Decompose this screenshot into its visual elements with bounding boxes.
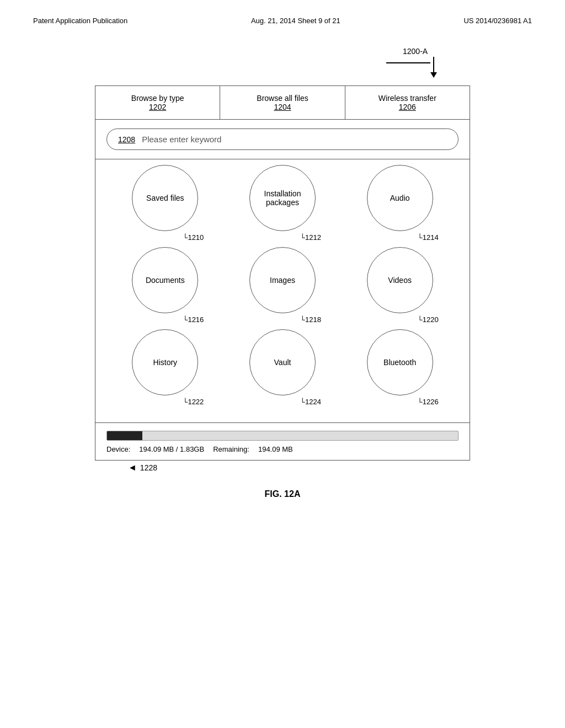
saved-files-number: └1210 xyxy=(183,233,204,242)
tab-row: Browse by type 1202 Browse all files 120… xyxy=(95,86,470,120)
vault-number: └1224 xyxy=(300,398,321,406)
bottom-arrow-icon: ◄ xyxy=(128,463,137,473)
tab-browse-by-type-number: 1202 xyxy=(101,103,214,111)
search-area: 1208 Please enter keyword xyxy=(95,120,470,159)
grid-cell-videos: Videos └1220 xyxy=(356,247,444,324)
grid-cell-bluetooth: Bluetooth └1226 xyxy=(356,329,444,406)
images-button[interactable]: Images xyxy=(249,247,316,313)
documents-button[interactable]: Documents xyxy=(132,247,198,313)
header-right: US 2014/0236981 A1 xyxy=(463,17,532,25)
storage-used: 194.09 MB / 1.83GB xyxy=(139,445,204,453)
header-left: Patent Application Publication xyxy=(33,17,127,25)
grid-cell-installation-packages: Installation packages └1212 xyxy=(238,165,327,242)
grid-area: Saved files └1210 Installation packages … xyxy=(95,159,470,423)
tab-wireless-transfer-label: Wireless transfer xyxy=(351,94,464,103)
tab-browse-all-files[interactable]: Browse all files 1204 xyxy=(220,86,345,119)
diagram-label: 1200-A xyxy=(403,47,428,56)
search-bar[interactable]: 1208 Please enter keyword xyxy=(106,129,459,150)
audio-button[interactable]: Audio xyxy=(367,165,433,231)
tab-browse-all-files-label: Browse all files xyxy=(226,94,339,103)
search-placeholder: Please enter keyword xyxy=(142,135,221,144)
storage-bar-fill xyxy=(107,431,142,440)
documents-number: └1216 xyxy=(183,315,204,324)
grid-cell-images: Images └1218 xyxy=(238,247,327,324)
history-button[interactable]: History xyxy=(132,329,198,395)
videos-number: └1220 xyxy=(418,315,439,324)
saved-files-button[interactable]: Saved files xyxy=(132,165,198,231)
grid-cell-documents: Documents └1216 xyxy=(121,247,209,324)
installation-packages-button[interactable]: Installation packages xyxy=(249,165,316,231)
grid-cell-vault: Vault └1224 xyxy=(238,329,327,406)
figure-caption: FIG. 12A xyxy=(33,489,532,499)
history-number: └1222 xyxy=(183,398,204,406)
vault-button[interactable]: Vault xyxy=(249,329,316,395)
videos-button[interactable]: Videos xyxy=(367,247,433,313)
storage-bar xyxy=(106,431,459,441)
audio-number: └1214 xyxy=(418,233,439,242)
patent-header: Patent Application Publication Aug. 21, … xyxy=(33,17,532,25)
device-label: Device: xyxy=(106,445,130,453)
grid-row-1: Saved files └1210 Installation packages … xyxy=(106,165,459,242)
images-number: └1218 xyxy=(300,315,321,324)
grid-cell-history: History └1222 xyxy=(121,329,209,406)
tab-browse-by-type-label: Browse by type xyxy=(101,94,214,103)
search-icon-number: 1208 xyxy=(118,135,135,144)
tab-browse-by-type[interactable]: Browse by type 1202 xyxy=(95,86,220,119)
installation-packages-number: └1212 xyxy=(300,233,321,242)
bottom-annotation: ◄ 1228 xyxy=(128,463,470,473)
bottom-label: 1228 xyxy=(140,463,157,472)
grid-row-3: History └1222 Vault └1224 Bluetooth └122… xyxy=(106,329,459,406)
header-center: Aug. 21, 2014 Sheet 9 of 21 xyxy=(251,17,340,25)
storage-area: Device: 194.09 MB / 1.83GB Remaining: 19… xyxy=(95,423,470,460)
tab-wireless-transfer[interactable]: Wireless transfer 1206 xyxy=(345,86,470,119)
grid-row-2: Documents └1216 Images └1218 Videos └122… xyxy=(106,247,459,324)
grid-cell-saved-files: Saved files └1210 xyxy=(121,165,209,242)
grid-cell-audio: Audio └1214 xyxy=(356,165,444,242)
remaining-value: 194.09 MB xyxy=(258,445,293,453)
tab-wireless-transfer-number: 1206 xyxy=(351,103,464,111)
ui-box: Browse by type 1202 Browse all files 120… xyxy=(95,85,470,461)
bluetooth-number: └1226 xyxy=(418,398,439,406)
tab-browse-all-files-number: 1204 xyxy=(226,103,339,111)
remaining-label: Remaining: xyxy=(213,445,249,453)
bluetooth-button[interactable]: Bluetooth xyxy=(367,329,433,395)
storage-info: Device: 194.09 MB / 1.83GB Remaining: 19… xyxy=(106,445,459,453)
